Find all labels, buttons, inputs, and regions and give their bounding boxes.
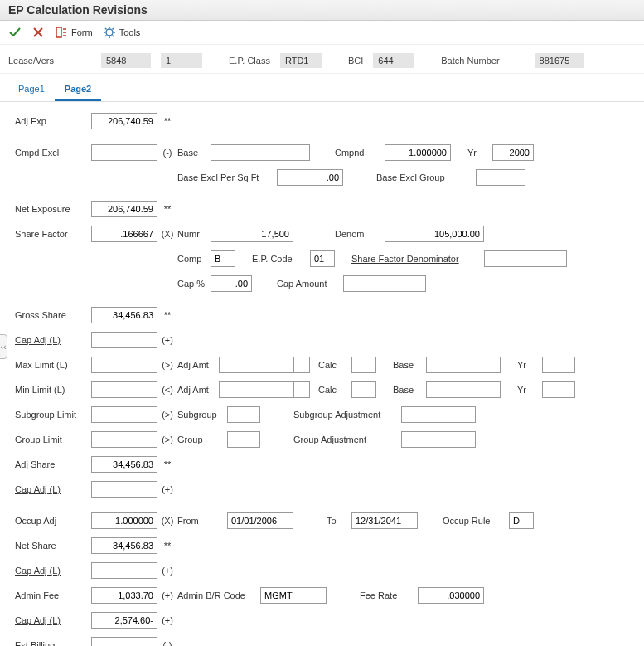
subgroup-adj-field bbox=[401, 406, 476, 423]
share-factor-denom-link[interactable]: Share Factor Denominator bbox=[351, 254, 459, 264]
min-yr-label: Yr bbox=[517, 385, 542, 395]
cmpd-excl-label: Cmpd Excl bbox=[8, 148, 91, 158]
group-field[interactable] bbox=[227, 431, 260, 448]
min-base-label: Base bbox=[393, 385, 426, 395]
cmpnd-field[interactable] bbox=[385, 144, 451, 161]
cap-pct-field bbox=[211, 275, 252, 292]
comp-label: Comp bbox=[177, 254, 211, 264]
cap-adj-4-field bbox=[91, 612, 157, 629]
gross-share-field bbox=[91, 307, 157, 323]
est-billing-field[interactable] bbox=[91, 637, 157, 646]
form-menu[interactable]: Form bbox=[55, 26, 93, 39]
subgroup-field[interactable] bbox=[227, 406, 260, 423]
group-adj-field bbox=[401, 431, 476, 448]
denom-label: Denom bbox=[335, 229, 385, 239]
batch-label: Batch Number bbox=[441, 56, 499, 66]
net-exposure-field bbox=[91, 201, 157, 217]
tab-page2[interactable]: Page2 bbox=[55, 79, 101, 101]
min-adj-amt-ro bbox=[293, 381, 310, 398]
info-row: Lease/Vers 5848 1 E.P. Class RTD1 BCI 64… bbox=[0, 45, 644, 74]
batch-field: 881675 bbox=[535, 53, 584, 68]
max-adj-amt-field[interactable] bbox=[219, 357, 293, 373]
max-limit-field[interactable] bbox=[91, 357, 157, 373]
max-yr-field[interactable] bbox=[542, 357, 575, 373]
ep-class-label: E.P. Class bbox=[229, 56, 270, 66]
max-base-label: Base bbox=[393, 360, 426, 370]
admin-br-code-field[interactable] bbox=[260, 587, 327, 604]
cmpd-excl-ind: (-) bbox=[157, 148, 177, 158]
occup-rule-label: Occup Rule bbox=[443, 516, 509, 526]
base-excl-psf-field[interactable] bbox=[277, 169, 343, 186]
gross-share-ind: ** bbox=[157, 310, 177, 320]
group-label: Group bbox=[177, 435, 227, 444]
numr-field[interactable] bbox=[211, 226, 293, 242]
group-limit-ind: (>) bbox=[157, 435, 177, 444]
tabs: Page1 Page2 bbox=[0, 79, 644, 101]
min-yr-field[interactable] bbox=[542, 381, 575, 398]
share-factor-field[interactable] bbox=[91, 226, 157, 242]
min-limit-ind: (<) bbox=[157, 385, 177, 395]
max-calc-field[interactable] bbox=[351, 357, 376, 373]
min-limit-label: Min Limit (L) bbox=[8, 385, 91, 395]
to-label: To bbox=[327, 516, 351, 526]
check-icon bbox=[8, 26, 22, 39]
min-limit-field[interactable] bbox=[91, 381, 157, 398]
from-field[interactable] bbox=[227, 512, 293, 529]
svg-rect-0 bbox=[56, 27, 61, 37]
to-field[interactable] bbox=[351, 512, 418, 529]
share-factor-label: Share Factor bbox=[8, 229, 91, 239]
est-billing-label: Est Billing bbox=[8, 640, 91, 646]
share-factor-denom-field bbox=[484, 250, 567, 267]
cmpd-yr-field[interactable] bbox=[492, 144, 534, 161]
min-calc-field[interactable] bbox=[351, 381, 376, 398]
max-limit-ind: (>) bbox=[157, 360, 177, 370]
min-adj-amt-field[interactable] bbox=[219, 381, 293, 398]
tab-page1[interactable]: Page1 bbox=[8, 79, 55, 101]
est-billing-ind: (-) bbox=[157, 640, 177, 646]
min-base-field[interactable] bbox=[426, 381, 501, 398]
group-limit-field[interactable] bbox=[91, 431, 157, 448]
cap-adj-2-field bbox=[91, 481, 157, 498]
toolbar: Form Tools bbox=[0, 21, 644, 45]
cap-adj-4-label[interactable]: Cap Adj (L) bbox=[8, 615, 91, 625]
gear-icon bbox=[103, 26, 116, 39]
admin-br-code-label: Admin B/R Code bbox=[177, 590, 260, 600]
comp-field bbox=[211, 250, 235, 267]
cap-adj-1-label[interactable]: Cap Adj (L) bbox=[8, 335, 91, 345]
occup-adj-field[interactable] bbox=[91, 512, 157, 529]
collapse-handle[interactable]: ‹‹ bbox=[0, 334, 7, 359]
adj-exp-ind: ** bbox=[157, 116, 177, 126]
cap-adj-1-ind: (+) bbox=[157, 335, 177, 345]
net-share-ind: ** bbox=[157, 541, 177, 551]
cap-adj-1-field bbox=[91, 332, 157, 348]
bci-field: 644 bbox=[373, 53, 414, 68]
cmpd-excl-field[interactable] bbox=[91, 144, 157, 161]
admin-fee-label: Admin Fee bbox=[8, 590, 91, 600]
subgroup-limit-field[interactable] bbox=[91, 406, 157, 423]
group-limit-label: Group Limit bbox=[8, 435, 91, 444]
denom-field[interactable] bbox=[385, 226, 484, 242]
cap-adj-2-label[interactable]: Cap Adj (L) bbox=[8, 484, 91, 494]
max-base-field[interactable] bbox=[426, 357, 501, 373]
cap-adj-3-label[interactable]: Cap Adj (L) bbox=[8, 566, 91, 576]
from-label: From bbox=[177, 516, 211, 526]
cap-pct-label: Cap % bbox=[177, 279, 211, 289]
adj-exp-label: Adj Exp bbox=[8, 116, 91, 126]
fee-rate-field[interactable] bbox=[418, 587, 484, 604]
cancel-button[interactable] bbox=[31, 26, 45, 39]
base-excl-group-label: Base Excl Group bbox=[376, 172, 476, 182]
adj-exp-field bbox=[91, 113, 157, 129]
form-menu-label: Form bbox=[71, 27, 93, 37]
occup-adj-label: Occup Adj bbox=[8, 516, 91, 526]
tools-menu[interactable]: Tools bbox=[103, 26, 141, 39]
cmpnd-label: Cmpnd bbox=[335, 148, 385, 158]
admin-fee-field[interactable] bbox=[91, 587, 157, 604]
occup-rule-field[interactable] bbox=[509, 512, 534, 529]
gross-share-label: Gross Share bbox=[8, 310, 91, 320]
ok-button[interactable] bbox=[8, 26, 22, 39]
x-icon bbox=[31, 26, 45, 39]
subgroup-label: Subgroup bbox=[177, 410, 227, 420]
max-limit-label: Max Limit (L) bbox=[8, 360, 91, 370]
lease-field: 5848 bbox=[101, 53, 151, 68]
max-yr-label: Yr bbox=[517, 360, 542, 370]
